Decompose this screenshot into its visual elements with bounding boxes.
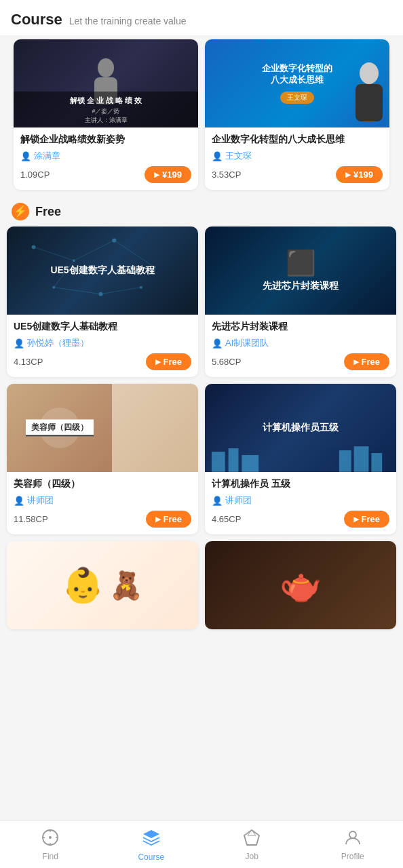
nav-item-course[interactable]: Course <box>101 821 202 868</box>
course-thumbnail-free-2: ⬛ 先进芯片封装课程 <box>205 226 396 315</box>
nav-item-find[interactable]: Find <box>0 821 101 868</box>
course-author-paid-2: 👤 王文琛 <box>212 150 383 162</box>
course-info-free-2: 先进芯片封装课程 👤 AI制课团队 5.68CP ▶ Free <box>205 315 396 377</box>
play-icon-free-3: ▶ <box>155 515 161 523</box>
free-courses-grid: UE5创建数字人基础教程 UE5创建数字人基础教程 👤 孙悦婷（狸墨） 4.13… <box>0 226 403 636</box>
svg-rect-20 <box>229 448 239 472</box>
play-icon: ▶ <box>154 171 159 178</box>
svg-line-17 <box>101 288 141 294</box>
beauty-overlay-text: 美容师（四级） <box>26 420 94 437</box>
course-footer-paid-1: 1.09CP ▶ ¥199 <box>20 166 191 183</box>
bottom-nav: Find Course Job Profile <box>0 821 403 868</box>
btn-free-2[interactable]: ▶ Free <box>344 353 389 370</box>
course-footer-paid-2: 3.53CP ▶ ¥199 <box>212 166 383 183</box>
course-info-free-1: UE5创建数字人基础教程 👤 孙悦婷（狸墨） 4.13CP ▶ Free <box>7 315 198 377</box>
author-name-free-1: 孙悦婷（狸墨） <box>27 337 89 349</box>
svg-rect-23 <box>354 446 369 472</box>
svg-point-6 <box>32 245 36 249</box>
play-icon-2: ▶ <box>345 171 351 178</box>
btn-price-paid-2[interactable]: ▶ ¥199 <box>336 166 383 183</box>
course-footer-free-4: 4.65CP ▶ Free <box>212 511 389 528</box>
course-cp-free-2: 5.68CP <box>212 357 241 367</box>
svg-rect-24 <box>371 453 382 472</box>
play-icon-free-2: ▶ <box>353 358 359 366</box>
course-info-paid-2: 企业数字化转型的八大成长思维 👤 王文琛 3.53CP ▶ ¥199 <box>205 127 389 190</box>
course-card-free-4[interactable]: 计算机操作员五级 计算机操作员 五级 👤 讲师团 4.65CP <box>205 384 396 534</box>
tea-icon: 🫖 <box>280 566 322 605</box>
svg-point-2 <box>360 62 379 84</box>
svg-rect-22 <box>339 450 351 472</box>
nav-item-job[interactable]: Job <box>202 821 303 868</box>
course-footer-free-3: 11.58CP ▶ Free <box>14 511 191 528</box>
btn-price-paid-1[interactable]: ▶ ¥199 <box>145 166 191 183</box>
teddy-icon: 🧸 <box>109 570 143 601</box>
course-thumbnail-free-1: UE5创建数字人基础教程 <box>7 226 198 315</box>
course-title-free-2: 先进芯片封装课程 <box>212 320 389 334</box>
author-icon: 👤 <box>20 151 31 161</box>
baby-icon: 👶 <box>62 566 104 605</box>
course-cp-free-1: 4.13CP <box>14 357 43 367</box>
svg-point-0 <box>98 58 114 77</box>
page-header: Course Let the training create value <box>0 0 403 35</box>
skyline-icon <box>205 445 396 472</box>
course-title-paid-2: 企业数字化转型的八大成长思维 <box>212 133 383 146</box>
course-card-free-3[interactable]: 🤲 美容师（四级） 美容师（四级） 👤 讲师团 11.58CP ▶ Free <box>7 384 198 534</box>
author-icon-free-1: 👤 <box>14 338 24 349</box>
page-title: Course <box>11 11 62 28</box>
course-card-free-6[interactable]: 🫖 <box>205 541 396 629</box>
svg-point-26 <box>49 836 52 839</box>
person-icon-2 <box>349 60 389 127</box>
play-icon-free-1: ▶ <box>155 358 161 366</box>
btn-free-1[interactable]: ▶ Free <box>146 353 191 370</box>
thumb-text-free-2: 先进芯片封装课程 <box>263 280 339 292</box>
nav-label-course: Course <box>138 852 164 862</box>
author-icon-free-4: 👤 <box>212 496 223 506</box>
author-name-free-3: 讲师团 <box>27 494 54 507</box>
btn-free-3[interactable]: ▶ Free <box>146 511 191 528</box>
layers-icon <box>142 828 161 850</box>
diamond-icon <box>243 829 261 849</box>
free-section-label: Free <box>35 205 61 219</box>
course-thumbnail-free-5: 👶 🧸 <box>7 541 198 629</box>
svg-line-14 <box>74 240 114 260</box>
author-icon-free-2: 👤 <box>212 338 223 349</box>
course-card-free-5[interactable]: 👶 🧸 <box>7 541 198 629</box>
author-name-free-2: AI制课团队 <box>225 337 269 349</box>
course-cp-free-3: 11.58CP <box>14 514 48 524</box>
svg-rect-19 <box>212 452 225 472</box>
course-cp-paid-2: 3.53CP <box>212 170 241 180</box>
paid-section: 解锁 企 业 战 略 绩 效 #／姿／势 主讲人：涂满章 解锁企业战略绩效新姿势… <box>0 35 403 194</box>
course-title-free-3: 美容师（四级） <box>14 477 191 491</box>
course-card-free-1[interactable]: UE5创建数字人基础教程 UE5创建数字人基础教程 👤 孙悦婷（狸墨） 4.13… <box>7 226 198 377</box>
thumb-text-free-1: UE5创建数字人基础教程 <box>45 261 159 280</box>
author-icon-2: 👤 <box>212 151 223 161</box>
nav-label-find: Find <box>43 852 58 861</box>
course-author-free-4: 👤 讲师团 <box>212 494 389 507</box>
svg-marker-31 <box>244 830 259 845</box>
course-info-free-3: 美容师（四级） 👤 讲师团 11.58CP ▶ Free <box>7 472 198 534</box>
course-author-free-2: 👤 AI制课团队 <box>212 337 389 349</box>
course-info-paid-1: 解锁企业战略绩效新姿势 👤 涂满章 1.09CP ▶ ¥199 <box>14 127 198 190</box>
course-thumbnail-free-6: 🫖 <box>205 541 396 629</box>
chip-icon: ⬛ <box>286 249 316 277</box>
nav-item-profile[interactable]: Profile <box>303 821 404 868</box>
course-cp-free-4: 4.65CP <box>212 514 241 524</box>
btn-free-4[interactable]: ▶ Free <box>344 511 389 528</box>
person-icon <box>344 829 362 849</box>
author-icon-free-3: 👤 <box>14 496 24 506</box>
course-author-free-1: 👤 孙悦婷（狸墨） <box>14 337 191 349</box>
course-title-free-4: 计算机操作员 五级 <box>212 477 389 491</box>
paid-grid: 解锁 企 业 战 略 绩 效 #／姿／势 主讲人：涂满章 解锁企业战略绩效新姿势… <box>7 39 396 190</box>
author-name-paid-2: 王文琛 <box>225 150 252 162</box>
course-card-paid-1[interactable]: 解锁 企 业 战 略 绩 效 #／姿／势 主讲人：涂满章 解锁企业战略绩效新姿势… <box>14 39 198 190</box>
course-card-paid-2[interactable]: 企业数字化转型的八大成长思维 王文琛 企业数字化转型的八大成长思维 👤 王文琛 <box>205 39 389 190</box>
course-title-free-1: UE5创建数字人基础教程 <box>14 320 191 334</box>
svg-rect-21 <box>242 455 258 472</box>
svg-point-33 <box>349 831 356 838</box>
course-thumbnail-paid-2: 企业数字化转型的八大成长思维 王文琛 <box>205 39 389 127</box>
svg-line-13 <box>34 247 74 260</box>
course-footer-free-2: 5.68CP ▶ Free <box>212 353 389 370</box>
svg-text:⚡: ⚡ <box>14 205 27 218</box>
course-card-free-2[interactable]: ⬛ 先进芯片封装课程 先进芯片封装课程 👤 AI制课团队 5.68CP ▶ Fr… <box>205 226 396 377</box>
course-author-free-3: 👤 讲师团 <box>14 494 191 507</box>
